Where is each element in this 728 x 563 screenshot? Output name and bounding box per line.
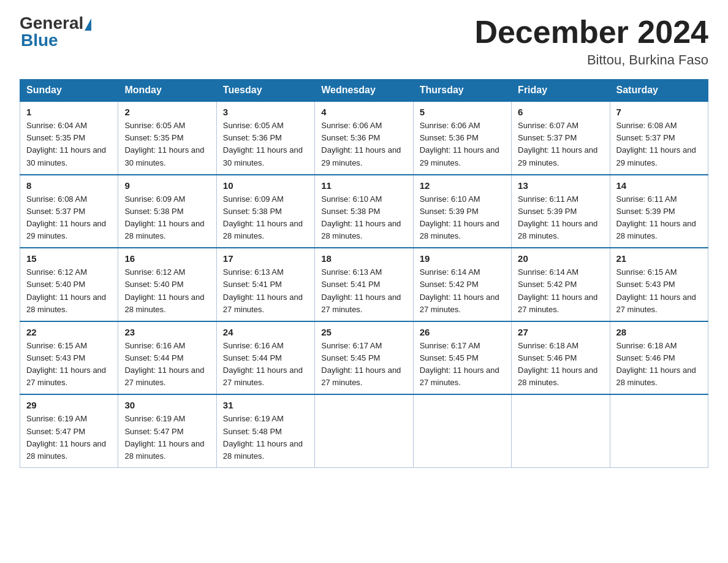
- weekday-header-tuesday: Tuesday: [216, 80, 314, 102]
- day-number: 17: [223, 253, 308, 264]
- day-number: 9: [124, 180, 210, 191]
- day-cell-5: 5 Sunrise: 6:06 AMSunset: 5:36 PMDayligh…: [413, 101, 511, 175]
- page-header: General Blue December 2024 Bittou, Burki…: [20, 15, 708, 68]
- day-info: Sunrise: 6:15 AMSunset: 5:43 PMDaylight:…: [616, 266, 702, 316]
- empty-cell: [315, 394, 413, 467]
- empty-cell: [610, 394, 708, 467]
- day-number: 10: [223, 180, 308, 191]
- week-row-2: 8 Sunrise: 6:08 AMSunset: 5:37 PMDayligh…: [20, 175, 708, 248]
- day-cell-2: 2 Sunrise: 6:05 AMSunset: 5:35 PMDayligh…: [118, 101, 216, 175]
- day-number: 27: [518, 327, 603, 337]
- day-info: Sunrise: 6:18 AMSunset: 5:46 PMDaylight:…: [616, 340, 702, 389]
- day-cell-28: 28 Sunrise: 6:18 AMSunset: 5:46 PMDaylig…: [610, 321, 708, 395]
- logo-triangle-icon: [85, 18, 91, 31]
- day-cell-19: 19 Sunrise: 6:14 AMSunset: 5:42 PMDaylig…: [413, 248, 511, 321]
- day-cell-9: 9 Sunrise: 6:09 AMSunset: 5:38 PMDayligh…: [118, 175, 216, 248]
- day-cell-18: 18 Sunrise: 6:13 AMSunset: 5:41 PMDaylig…: [315, 248, 413, 321]
- month-title: December 2024: [474, 15, 708, 50]
- day-info: Sunrise: 6:06 AMSunset: 5:36 PMDaylight:…: [321, 120, 406, 169]
- day-info: Sunrise: 6:14 AMSunset: 5:42 PMDaylight:…: [420, 266, 505, 316]
- day-info: Sunrise: 6:14 AMSunset: 5:42 PMDaylight:…: [518, 266, 603, 316]
- day-info: Sunrise: 6:07 AMSunset: 5:37 PMDaylight:…: [518, 120, 603, 169]
- day-number: 1: [26, 107, 112, 117]
- day-number: 31: [223, 400, 308, 410]
- day-number: 12: [420, 180, 505, 191]
- day-info: Sunrise: 6:17 AMSunset: 5:45 PMDaylight:…: [420, 340, 505, 389]
- day-cell-20: 20 Sunrise: 6:14 AMSunset: 5:42 PMDaylig…: [512, 248, 610, 321]
- empty-cell: [413, 394, 511, 467]
- day-number: 13: [518, 180, 603, 191]
- day-cell-11: 11 Sunrise: 6:10 AMSunset: 5:38 PMDaylig…: [315, 175, 413, 248]
- day-info: Sunrise: 6:09 AMSunset: 5:38 PMDaylight:…: [124, 193, 210, 243]
- logo-general-text: General: [20, 15, 83, 32]
- day-info: Sunrise: 6:13 AMSunset: 5:41 PMDaylight:…: [223, 266, 308, 316]
- day-number: 18: [321, 253, 406, 264]
- weekday-header-row: SundayMondayTuesdayWednesdayThursdayFrid…: [20, 80, 708, 102]
- day-cell-17: 17 Sunrise: 6:13 AMSunset: 5:41 PMDaylig…: [216, 248, 314, 321]
- day-info: Sunrise: 6:13 AMSunset: 5:41 PMDaylight:…: [321, 266, 406, 316]
- day-info: Sunrise: 6:08 AMSunset: 5:37 PMDaylight:…: [616, 120, 702, 169]
- day-cell-10: 10 Sunrise: 6:09 AMSunset: 5:38 PMDaylig…: [216, 175, 314, 248]
- day-info: Sunrise: 6:19 AMSunset: 5:47 PMDaylight:…: [124, 413, 210, 462]
- empty-cell: [512, 394, 610, 467]
- day-number: 19: [420, 253, 505, 264]
- weekday-header-sunday: Sunday: [20, 80, 118, 102]
- day-cell-16: 16 Sunrise: 6:12 AMSunset: 5:40 PMDaylig…: [118, 248, 216, 321]
- day-number: 30: [124, 400, 210, 410]
- title-block: December 2024 Bittou, Burkina Faso: [474, 15, 708, 68]
- day-cell-8: 8 Sunrise: 6:08 AMSunset: 5:37 PMDayligh…: [20, 175, 118, 248]
- day-cell-13: 13 Sunrise: 6:11 AMSunset: 5:39 PMDaylig…: [512, 175, 610, 248]
- day-number: 24: [223, 327, 308, 337]
- weekday-header-friday: Friday: [512, 80, 610, 102]
- day-cell-26: 26 Sunrise: 6:17 AMSunset: 5:45 PMDaylig…: [413, 321, 511, 395]
- day-info: Sunrise: 6:18 AMSunset: 5:46 PMDaylight:…: [518, 340, 603, 389]
- day-number: 28: [616, 327, 702, 337]
- day-number: 5: [420, 107, 505, 117]
- day-info: Sunrise: 6:06 AMSunset: 5:36 PMDaylight:…: [420, 120, 505, 169]
- day-number: 29: [26, 400, 112, 410]
- weekday-header-saturday: Saturday: [610, 80, 708, 102]
- day-info: Sunrise: 6:16 AMSunset: 5:44 PMDaylight:…: [124, 340, 210, 389]
- day-cell-1: 1 Sunrise: 6:04 AMSunset: 5:35 PMDayligh…: [20, 101, 118, 175]
- day-info: Sunrise: 6:09 AMSunset: 5:38 PMDaylight:…: [223, 193, 308, 243]
- day-number: 8: [26, 180, 112, 191]
- day-cell-25: 25 Sunrise: 6:17 AMSunset: 5:45 PMDaylig…: [315, 321, 413, 395]
- day-cell-15: 15 Sunrise: 6:12 AMSunset: 5:40 PMDaylig…: [20, 248, 118, 321]
- day-cell-30: 30 Sunrise: 6:19 AMSunset: 5:47 PMDaylig…: [118, 394, 216, 467]
- weekday-header-monday: Monday: [118, 80, 216, 102]
- day-number: 15: [26, 253, 112, 264]
- day-info: Sunrise: 6:12 AMSunset: 5:40 PMDaylight:…: [124, 266, 210, 316]
- day-info: Sunrise: 6:05 AMSunset: 5:36 PMDaylight:…: [223, 120, 308, 169]
- day-cell-4: 4 Sunrise: 6:06 AMSunset: 5:36 PMDayligh…: [315, 101, 413, 175]
- day-number: 21: [616, 253, 702, 264]
- week-row-3: 15 Sunrise: 6:12 AMSunset: 5:40 PMDaylig…: [20, 248, 708, 321]
- day-cell-24: 24 Sunrise: 6:16 AMSunset: 5:44 PMDaylig…: [216, 321, 314, 395]
- day-number: 3: [223, 107, 308, 117]
- day-number: 20: [518, 253, 603, 264]
- day-info: Sunrise: 6:11 AMSunset: 5:39 PMDaylight:…: [518, 193, 603, 243]
- day-cell-21: 21 Sunrise: 6:15 AMSunset: 5:43 PMDaylig…: [610, 248, 708, 321]
- day-cell-6: 6 Sunrise: 6:07 AMSunset: 5:37 PMDayligh…: [512, 101, 610, 175]
- day-info: Sunrise: 6:15 AMSunset: 5:43 PMDaylight:…: [26, 340, 112, 389]
- weekday-header-thursday: Thursday: [413, 80, 511, 102]
- week-row-1: 1 Sunrise: 6:04 AMSunset: 5:35 PMDayligh…: [20, 101, 708, 175]
- day-info: Sunrise: 6:10 AMSunset: 5:38 PMDaylight:…: [321, 193, 406, 243]
- day-info: Sunrise: 6:04 AMSunset: 5:35 PMDaylight:…: [26, 120, 112, 169]
- day-number: 25: [321, 327, 406, 337]
- day-number: 6: [518, 107, 603, 117]
- day-info: Sunrise: 6:11 AMSunset: 5:39 PMDaylight:…: [616, 193, 702, 243]
- day-cell-14: 14 Sunrise: 6:11 AMSunset: 5:39 PMDaylig…: [610, 175, 708, 248]
- day-number: 26: [420, 327, 505, 337]
- day-info: Sunrise: 6:10 AMSunset: 5:39 PMDaylight:…: [420, 193, 505, 243]
- day-cell-23: 23 Sunrise: 6:16 AMSunset: 5:44 PMDaylig…: [118, 321, 216, 395]
- day-cell-29: 29 Sunrise: 6:19 AMSunset: 5:47 PMDaylig…: [20, 394, 118, 467]
- day-cell-27: 27 Sunrise: 6:18 AMSunset: 5:46 PMDaylig…: [512, 321, 610, 395]
- day-number: 14: [616, 180, 702, 191]
- day-info: Sunrise: 6:05 AMSunset: 5:35 PMDaylight:…: [124, 120, 210, 169]
- day-info: Sunrise: 6:16 AMSunset: 5:44 PMDaylight:…: [223, 340, 308, 389]
- day-info: Sunrise: 6:17 AMSunset: 5:45 PMDaylight:…: [321, 340, 406, 389]
- location: Bittou, Burkina Faso: [474, 52, 708, 68]
- logo: General Blue: [20, 15, 93, 50]
- day-cell-3: 3 Sunrise: 6:05 AMSunset: 5:36 PMDayligh…: [216, 101, 314, 175]
- day-number: 23: [124, 327, 210, 337]
